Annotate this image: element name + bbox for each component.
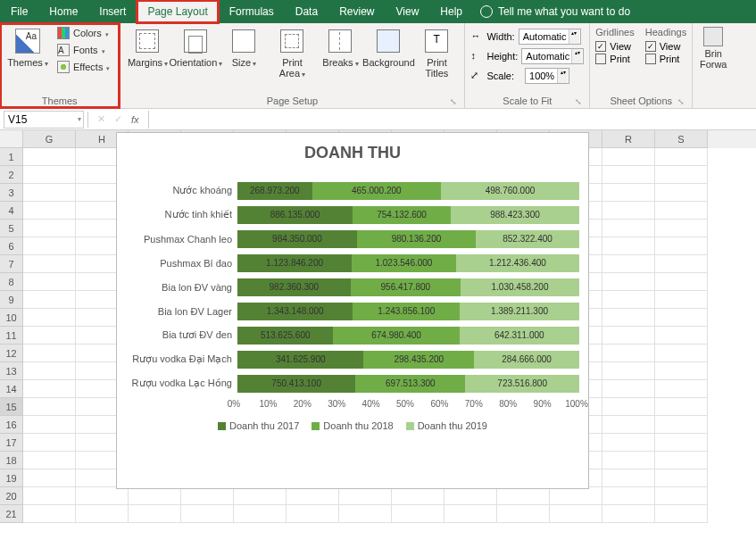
fx-icon[interactable]: fx	[131, 114, 139, 125]
cell[interactable]	[23, 487, 76, 505]
tab-home[interactable]: Home	[38, 0, 88, 23]
tab-view[interactable]: View	[386, 0, 430, 23]
name-box[interactable]: V15▾	[4, 111, 84, 129]
cell[interactable]	[655, 505, 708, 523]
cell[interactable]	[602, 309, 655, 327]
row-header[interactable]: 13	[0, 362, 23, 380]
column-header[interactable]: S	[655, 130, 708, 148]
cell[interactable]	[234, 487, 287, 505]
cell[interactable]	[392, 487, 444, 505]
cell[interactable]	[655, 309, 708, 327]
cell[interactable]	[655, 327, 708, 345]
cell[interactable]	[655, 362, 708, 380]
cell[interactable]	[655, 202, 708, 220]
cell[interactable]	[23, 309, 76, 327]
fonts-button[interactable]: Fonts	[54, 42, 113, 58]
cell[interactable]	[602, 220, 655, 237]
cell[interactable]	[602, 148, 655, 166]
cell[interactable]	[23, 184, 76, 202]
cell[interactable]	[602, 398, 655, 416]
cell[interactable]	[655, 398, 708, 416]
cell[interactable]	[550, 505, 602, 523]
cell[interactable]	[181, 505, 234, 523]
row-header[interactable]: 15	[0, 398, 23, 416]
tab-help[interactable]: Help	[429, 0, 473, 23]
cell[interactable]	[655, 291, 708, 309]
cell[interactable]	[23, 202, 76, 220]
cell[interactable]	[602, 327, 655, 345]
cell[interactable]	[23, 220, 76, 237]
tell-me-search[interactable]: Tell me what you want to do	[480, 0, 630, 23]
tab-formulas[interactable]: Formulas	[219, 0, 285, 23]
cell[interactable]	[23, 327, 76, 345]
colors-button[interactable]: Colors	[54, 25, 113, 41]
cell[interactable]	[655, 380, 708, 398]
cell[interactable]	[602, 362, 655, 380]
cell[interactable]	[497, 487, 550, 505]
cell[interactable]	[655, 148, 708, 166]
cell[interactable]	[655, 220, 708, 237]
print-titles-button[interactable]: Print Titles	[414, 25, 459, 80]
cell[interactable]	[655, 166, 708, 184]
cell[interactable]	[23, 273, 76, 291]
row-header[interactable]: 2	[0, 166, 23, 184]
row-header[interactable]: 17	[0, 434, 23, 452]
cell[interactable]	[602, 487, 655, 505]
row-header[interactable]: 6	[0, 237, 23, 255]
row-header[interactable]: 1	[0, 148, 23, 166]
cell[interactable]	[655, 345, 708, 362]
cell[interactable]	[287, 487, 339, 505]
cell[interactable]	[23, 505, 76, 523]
cell[interactable]	[23, 452, 76, 469]
embedded-chart[interactable]: DOANH THU Nước khoáng268.973.200465.000.…	[116, 132, 589, 489]
cell[interactable]	[602, 469, 655, 487]
cell[interactable]	[129, 487, 181, 505]
cell[interactable]	[444, 487, 497, 505]
cell[interactable]	[655, 255, 708, 273]
column-header[interactable]: G	[23, 130, 76, 148]
cell[interactable]	[23, 434, 76, 452]
row-header[interactable]: 10	[0, 309, 23, 327]
cell[interactable]	[602, 505, 655, 523]
cell[interactable]	[23, 345, 76, 362]
row-header[interactable]: 19	[0, 469, 23, 487]
row-header[interactable]: 20	[0, 487, 23, 505]
cell[interactable]	[655, 416, 708, 434]
cell[interactable]	[23, 166, 76, 184]
row-header[interactable]: 8	[0, 273, 23, 291]
print-area-button[interactable]: Print Area	[270, 25, 314, 81]
cell[interactable]	[655, 184, 708, 202]
effects-button[interactable]: Effects	[54, 59, 113, 75]
row-header[interactable]: 18	[0, 452, 23, 469]
cell[interactable]	[655, 452, 708, 469]
cell[interactable]	[602, 291, 655, 309]
cell[interactable]	[602, 416, 655, 434]
cell[interactable]	[339, 505, 392, 523]
cell[interactable]	[602, 166, 655, 184]
cell[interactable]	[655, 487, 708, 505]
cell[interactable]	[602, 345, 655, 362]
row-header[interactable]: 21	[0, 505, 23, 523]
cell[interactable]	[23, 398, 76, 416]
tab-data[interactable]: Data	[285, 0, 328, 23]
cell[interactable]	[234, 505, 287, 523]
tab-file[interactable]: File	[0, 0, 38, 23]
headings-view-checkbox[interactable]: View	[645, 41, 686, 52]
bring-forward-button[interactable]: Brin Forwa	[698, 25, 728, 71]
row-header[interactable]: 14	[0, 380, 23, 398]
cell[interactable]	[602, 237, 655, 255]
tab-page-layout[interactable]: Page Layout	[137, 0, 218, 23]
row-header[interactable]: 4	[0, 202, 23, 220]
margins-button[interactable]: Margins	[125, 25, 170, 71]
cell[interactable]	[602, 184, 655, 202]
cell[interactable]	[181, 487, 234, 505]
cell[interactable]	[23, 237, 76, 255]
row-header[interactable]: 11	[0, 327, 23, 345]
width-spin[interactable]: Automatic▴▾	[519, 29, 581, 45]
cell[interactable]	[550, 487, 602, 505]
cell[interactable]	[602, 452, 655, 469]
cell[interactable]	[23, 380, 76, 398]
cell[interactable]	[602, 202, 655, 220]
column-header[interactable]: R	[602, 130, 655, 148]
cell[interactable]	[339, 487, 392, 505]
